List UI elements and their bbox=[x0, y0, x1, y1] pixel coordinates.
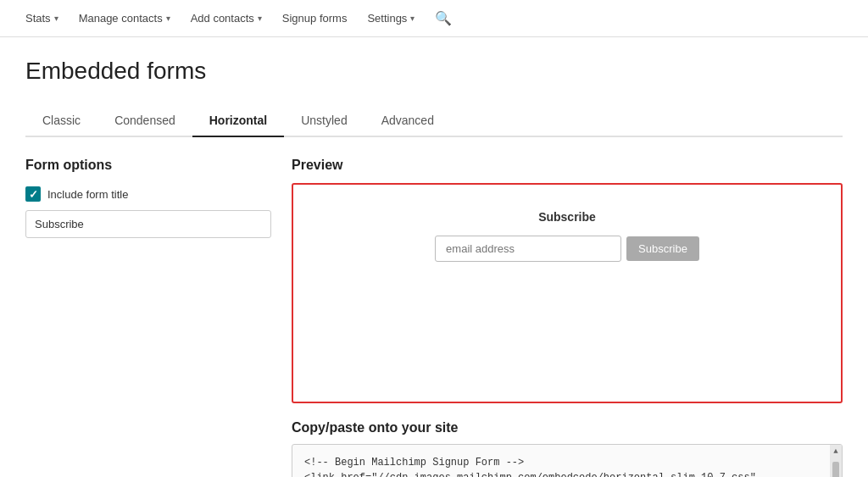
preview-form-inner: Subscribe Subscribe bbox=[310, 210, 824, 262]
form-title-input[interactable] bbox=[25, 210, 271, 238]
nav-signup-forms[interactable]: Signup forms bbox=[274, 7, 356, 30]
preview-section-title: Preview bbox=[292, 158, 843, 173]
main-layout: Form options ✓ Include form title Previe… bbox=[25, 158, 843, 477]
code-scrollbar[interactable]: ▲ ▼ bbox=[830, 445, 842, 477]
scroll-up-arrow[interactable]: ▲ bbox=[833, 446, 837, 458]
nav-settings-label: Settings bbox=[367, 12, 407, 25]
tab-advanced[interactable]: Advanced bbox=[364, 105, 451, 137]
copy-paste-title: Copy/paste onto your site bbox=[292, 420, 843, 435]
tab-bar: Classic Condensed Horizontal Unstyled Ad… bbox=[25, 105, 843, 137]
nav-signup-forms-label: Signup forms bbox=[282, 12, 348, 25]
include-form-title-checkbox[interactable]: ✓ bbox=[25, 186, 41, 202]
form-options-title: Form options bbox=[25, 158, 271, 173]
preview-email-input[interactable] bbox=[435, 236, 621, 262]
preview-box: Subscribe Subscribe bbox=[292, 183, 843, 403]
preview-input-row: Subscribe bbox=[435, 236, 699, 262]
checkmark-icon: ✓ bbox=[29, 188, 38, 201]
chevron-down-icon: ▾ bbox=[166, 14, 170, 23]
tab-classic[interactable]: Classic bbox=[25, 105, 97, 137]
code-line-2: <link href="//cdn-images.mailchimp.com/e… bbox=[304, 470, 830, 477]
nav-stats[interactable]: Stats ▾ bbox=[17, 7, 67, 30]
tab-unstyled[interactable]: Unstyled bbox=[284, 105, 364, 137]
code-box[interactable]: <!-- Begin Mailchimp Signup Form --> <li… bbox=[292, 444, 843, 477]
chevron-down-icon: ▾ bbox=[54, 14, 58, 23]
code-line-1: <!-- Begin Mailchimp Signup Form --> bbox=[304, 455, 830, 470]
nav-add-contacts[interactable]: Add contacts ▾ bbox=[182, 7, 270, 30]
include-form-title-label: Include form title bbox=[47, 188, 128, 201]
right-panel: Preview Subscribe Subscribe Copy/paste o… bbox=[292, 158, 843, 477]
left-panel: Form options ✓ Include form title bbox=[25, 158, 271, 238]
nav-stats-label: Stats bbox=[25, 12, 51, 25]
nav-settings[interactable]: Settings ▾ bbox=[359, 7, 423, 30]
search-icon[interactable]: 🔍 bbox=[426, 5, 460, 31]
tab-condensed[interactable]: Condensed bbox=[97, 105, 192, 137]
top-nav: Stats ▾ Manage contacts ▾ Add contacts ▾… bbox=[0, 0, 868, 37]
nav-manage-contacts-label: Manage contacts bbox=[79, 12, 163, 25]
tab-horizontal[interactable]: Horizontal bbox=[192, 105, 284, 137]
chevron-down-icon: ▾ bbox=[258, 14, 262, 23]
preview-subscribe-heading: Subscribe bbox=[538, 210, 596, 224]
preview-subscribe-button[interactable]: Subscribe bbox=[626, 236, 699, 261]
scroll-thumb[interactable] bbox=[832, 462, 839, 478]
nav-add-contacts-label: Add contacts bbox=[191, 12, 254, 25]
nav-manage-contacts[interactable]: Manage contacts ▾ bbox=[70, 7, 179, 30]
page-content: Embedded forms Classic Condensed Horizon… bbox=[0, 37, 868, 477]
include-form-title-row: ✓ Include form title bbox=[25, 186, 271, 202]
page-title: Embedded forms bbox=[25, 58, 843, 85]
chevron-down-icon: ▾ bbox=[410, 14, 415, 23]
